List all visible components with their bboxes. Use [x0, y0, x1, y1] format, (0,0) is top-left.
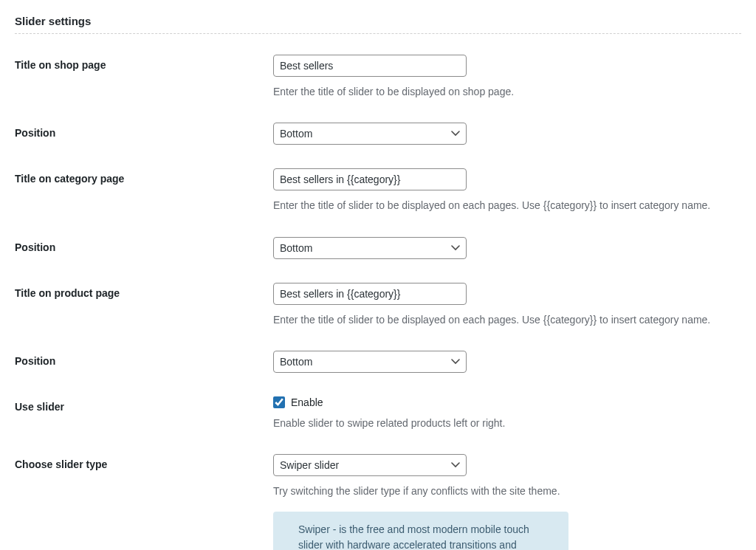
position1-select[interactable]: Bottom: [273, 123, 467, 145]
use-slider-checkbox[interactable]: [273, 396, 285, 408]
title-shop-input[interactable]: [273, 55, 467, 77]
slider-type-select[interactable]: Swiper slider: [273, 454, 467, 476]
title-product-input[interactable]: [273, 283, 467, 305]
title-product-desc: Enter the title of slider to be displaye…: [273, 312, 741, 327]
position3-select[interactable]: Bottom: [273, 351, 467, 373]
use-slider-label: Use slider: [15, 396, 273, 413]
divider: [15, 33, 741, 34]
slider-type-label: Choose slider type: [15, 454, 273, 470]
title-category-desc: Enter the title of slider to be displaye…: [273, 198, 741, 213]
position2-select[interactable]: Bottom: [273, 237, 467, 259]
position2-label: Position: [15, 237, 273, 253]
position3-label: Position: [15, 351, 273, 367]
title-category-input[interactable]: [273, 168, 467, 190]
use-slider-desc: Enable slider to swipe related products …: [273, 416, 741, 430]
title-shop-label: Title on shop page: [15, 55, 273, 71]
title-product-label: Title on product page: [15, 283, 273, 299]
section-title: Slider settings: [15, 15, 741, 27]
title-category-label: Title on category page: [15, 168, 273, 185]
slider-type-desc: Try switching the slider type if any con…: [273, 484, 741, 498]
use-slider-checkbox-label: Enable: [291, 396, 323, 408]
swiper-notice: Swiper - is the free and most modern mob…: [273, 512, 568, 550]
title-shop-desc: Enter the title of slider to be displaye…: [273, 84, 741, 99]
position1-label: Position: [15, 123, 273, 139]
